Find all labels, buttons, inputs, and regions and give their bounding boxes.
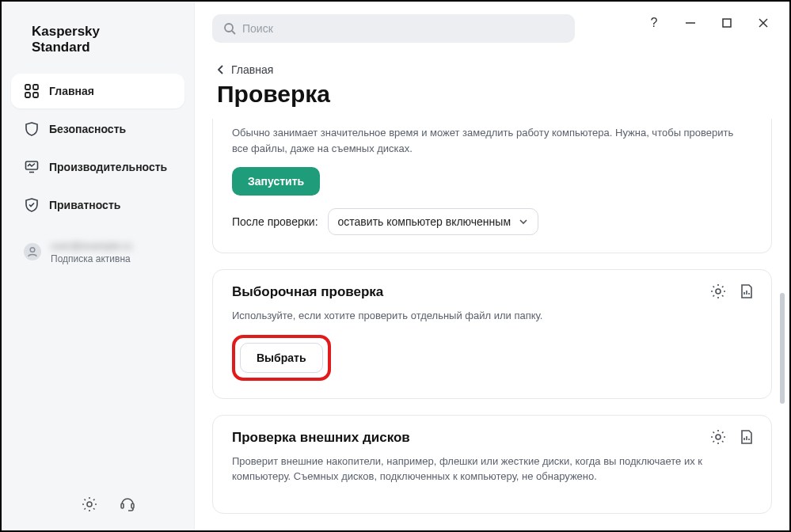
svg-point-20 [716,435,721,439]
shield-check-icon [24,197,40,213]
external-scan-card: Проверка внешних дисков Проверит внешние… [212,415,772,514]
svg-line-15 [232,31,235,34]
report-icon[interactable] [738,428,755,446]
after-action-value: оставить компьютер включенным [338,215,511,228]
sidebar-item-label: Производительность [49,161,167,173]
svg-rect-1 [723,19,731,27]
choose-button[interactable]: Выбрать [240,343,323,373]
page-title: Проверка [195,76,789,119]
account-subscription: Подписка активна [51,253,132,264]
user-icon [24,243,41,260]
selective-desc: Используйте, если хотите проверить отдел… [232,308,752,324]
report-icon[interactable] [738,283,755,300]
search-bar[interactable] [212,14,575,43]
gear-icon[interactable] [709,428,727,446]
fullscan-desc: Обычно занимает значительное время и мож… [232,125,752,156]
sidebar-item-home[interactable]: Главная [11,74,184,108]
breadcrumb-label: Главная [231,63,273,76]
support-button[interactable] [119,496,136,513]
chevron-down-icon [519,218,528,226]
sidebar-item-privacy[interactable]: Приватность [11,188,184,222]
account-email: user@example.ru [51,240,132,252]
sidebar-item-label: Приватность [49,199,120,211]
settings-button[interactable] [81,496,98,513]
maximize-button[interactable] [720,16,734,30]
svg-point-11 [87,502,92,507]
highlight-annotation: Выбрать [232,335,331,381]
help-button[interactable]: ? [647,16,661,30]
dashboard-icon [24,83,40,99]
svg-rect-4 [25,85,30,89]
svg-rect-5 [33,85,38,89]
minimize-button[interactable] [683,16,698,30]
after-action-select[interactable]: оставить компьютер включенным [328,208,538,235]
sidebar-item-label: Главная [49,85,94,97]
close-button[interactable] [756,16,770,30]
account-block[interactable]: user@example.ru Подписка активна [11,232,184,272]
run-button[interactable]: Запустить [232,167,320,196]
search-icon [223,22,236,35]
breadcrumb[interactable]: Главная [195,43,789,76]
svg-point-16 [716,289,721,294]
after-label: После проверки: [232,215,318,228]
monitor-icon [24,159,40,175]
sidebar-item-label: Безопасность [49,123,126,135]
sidebar-item-security[interactable]: Безопасность [11,112,184,146]
gear-icon[interactable] [709,283,727,300]
external-title: Проверка внешних дисков [232,430,752,446]
svg-rect-6 [25,93,30,97]
search-input[interactable] [242,22,564,35]
shield-icon [24,121,40,137]
brand-line1: Kaspersky [32,24,177,40]
brand-line2: Standard [32,40,177,55]
brand: Kaspersky Standard [2,2,194,70]
selective-title: Выборочная проверка [232,284,752,300]
scrollbar-thumb[interactable] [780,293,785,404]
fullscan-card: Обычно занимает значительное время и мож… [212,119,772,253]
svg-point-10 [30,248,35,253]
svg-rect-7 [33,93,38,97]
sidebar-item-performance[interactable]: Производительность [11,150,184,184]
chevron-left-icon [217,65,225,74]
svg-point-14 [225,24,233,32]
external-desc: Проверит внешние накопители, например, ф… [232,454,752,484]
selective-scan-card: Выборочная проверка Используйте, если хо… [212,269,772,399]
